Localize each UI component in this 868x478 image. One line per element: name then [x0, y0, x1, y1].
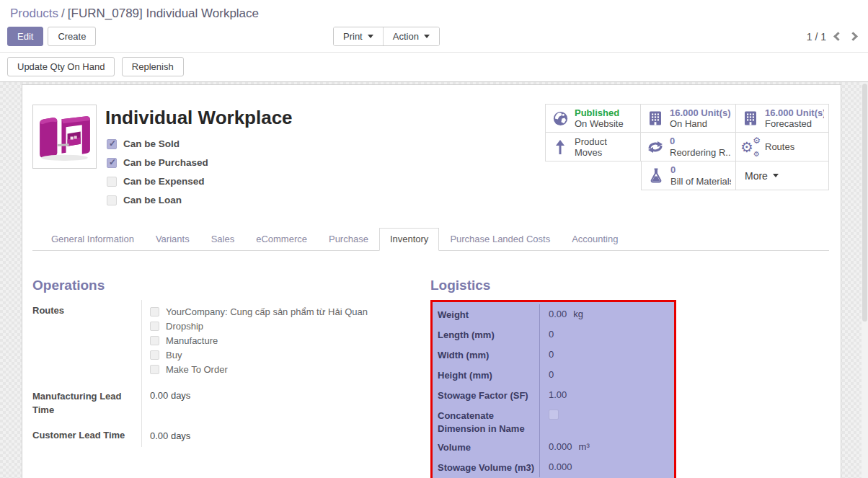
volume-value[interactable]: 0.000m³ [539, 437, 674, 457]
create-button[interactable]: Create [48, 27, 96, 46]
stowage-volume-value[interactable]: 0.000 [539, 457, 674, 477]
product-flags: Can be Sold Can be Purchased Can be Expe… [105, 138, 293, 205]
height-label: Height (mm) [433, 365, 539, 385]
can-be-sold-checkbox[interactable] [107, 139, 117, 149]
stowage-factor-row: Stowage Factor (SF) 1.00 [433, 385, 674, 405]
stat-button-product-moves[interactable]: Product Moves [545, 133, 641, 161]
bom-value: 0 [670, 164, 731, 175]
form-sheet: Individual Workplace Can be Sold Can be … [22, 84, 841, 478]
scrollbar-thumb[interactable] [862, 84, 867, 322]
tab-general-information[interactable]: General Information [40, 228, 145, 251]
pager-value: 1 / 1 [807, 31, 826, 43]
product-image[interactable] [32, 105, 97, 169]
width-value[interactable]: 0 [539, 345, 674, 365]
notebook-tabs: General Information Variants Sales eComm… [32, 229, 829, 251]
replenish-button[interactable]: Replenish [122, 57, 184, 76]
on-website-label: On Website [575, 118, 624, 129]
route-option-yourcompany: YourCompany: Cung cấp sản phẩm từ Hải Qu… [150, 304, 430, 319]
manufacturing-lead-time-text: 0.00 days [150, 390, 190, 401]
sheet-header: Individual Workplace Can be Sold Can be … [32, 105, 829, 214]
can-be-loan-checkbox[interactable] [107, 195, 117, 205]
caret-down-icon [368, 35, 373, 38]
stat-button-bill-of-materials[interactable]: 0 Bill of Materials [641, 161, 736, 190]
route-yourcompany-checkbox[interactable] [150, 307, 159, 317]
manufacturing-lead-time-value[interactable]: 0.00 days [141, 381, 430, 422]
weight-label: Weight [433, 304, 539, 324]
title-and-flags: Individual Workplace Can be Sold Can be … [105, 105, 293, 213]
weight-value[interactable]: 0.00kg [539, 304, 674, 324]
more-dropdown-button[interactable]: More [736, 161, 829, 190]
building-icon [742, 110, 759, 127]
operations-heading: Operations [32, 278, 430, 293]
stowage-volume-row: Stowage Volume (m3) 0.000 [433, 457, 674, 477]
stat-text: 16.000 Unit(s) Forecasted [765, 107, 824, 130]
can-be-expensed-checkbox[interactable] [107, 177, 117, 187]
concatenate-dimension-checkbox[interactable] [549, 410, 559, 420]
action-menu-button[interactable]: Action [383, 27, 439, 45]
stat-button-routes[interactable]: ⚙⚙⚙ Routes [736, 133, 829, 161]
pager-next-icon[interactable] [849, 32, 858, 41]
route-yourcompany-label: YourCompany: Cung cấp sản phẩm từ Hải Qu… [166, 306, 368, 317]
flag-can-be-sold: Can be Sold [107, 138, 293, 149]
print-action-group: Print Action [333, 27, 440, 46]
tab-variants[interactable]: Variants [145, 228, 200, 251]
product-title: Individual Workplace [105, 105, 293, 129]
length-value[interactable]: 0 [539, 324, 674, 345]
tab-ecommerce[interactable]: eCommerce [245, 228, 318, 251]
route-buy-label: Buy [166, 350, 182, 360]
route-dropship-label: Dropship [166, 321, 203, 332]
globe-icon [552, 110, 569, 127]
breadcrumb-products-link[interactable]: Products [10, 6, 58, 20]
operations-section: Operations Routes YourCompany: Cung cấp … [32, 278, 430, 478]
content-area: Individual Workplace Can be Sold Can be … [0, 82, 868, 478]
tab-inventory[interactable]: Inventory [379, 228, 439, 251]
weight-number: 0.00 [549, 309, 567, 319]
published-status: Published [575, 107, 624, 118]
reordering-label: Reordering R... [670, 147, 731, 158]
vertical-scrollbar[interactable] [862, 82, 868, 478]
arrow-up-icon [552, 138, 569, 156]
stat-button-forecasted[interactable]: 16.000 Unit(s) Forecasted [736, 104, 829, 133]
edit-button[interactable]: Edit [7, 27, 43, 46]
stat-grid-empty-cell [545, 161, 641, 190]
pager-previous-icon[interactable] [833, 32, 843, 41]
refresh-icon [647, 138, 664, 156]
flag-can-be-loan: Can be Loan [107, 195, 293, 205]
stowage-factor-value[interactable]: 1.00 [539, 385, 674, 405]
length-number: 0 [549, 329, 554, 340]
tab-purchase[interactable]: Purchase [318, 228, 379, 251]
tab-purchase-landed-costs[interactable]: Purchase Landed Costs [439, 228, 561, 251]
route-option-dropship: Dropship [150, 319, 430, 333]
operations-group: Routes YourCompany: Cung cấp sản phẩm từ… [32, 300, 430, 447]
height-row: Height (mm) 0 [433, 365, 674, 385]
height-value[interactable]: 0 [539, 365, 674, 385]
route-manufacture-checkbox[interactable] [150, 336, 159, 345]
route-dropship-checkbox[interactable] [150, 322, 159, 331]
on-hand-value: 16.000 Unit(s) [670, 107, 731, 118]
route-make-to-order-checkbox[interactable] [150, 365, 159, 374]
stat-button-reordering-rules[interactable]: 0 Reordering R... [641, 133, 736, 161]
tab-accounting[interactable]: Accounting [561, 228, 629, 251]
stat-text: Published On Website [575, 107, 624, 130]
product-moves-label: Product Moves [575, 136, 636, 158]
concatenate-dimension-row: Concatenate Dimension in Name [433, 405, 674, 437]
route-buy-checkbox[interactable] [150, 350, 159, 360]
customer-lead-time-value[interactable]: 0.00 days [141, 422, 430, 447]
logistics-highlight-box: Weight 0.00kg Length (mm) 0 Width (mm) 0… [430, 300, 676, 478]
stat-button-on-website[interactable]: Published On Website [545, 104, 641, 133]
breadcrumb-current: [FURN_0789] Individual Workplace [68, 6, 259, 20]
width-label: Width (mm) [433, 345, 539, 365]
flag-can-be-purchased: Can be Purchased [107, 157, 293, 168]
route-option-manufacture: Manufacture [150, 333, 430, 348]
stat-button-on-hand[interactable]: 16.000 Unit(s) On Hand [641, 104, 736, 133]
workplace-booth-illustration [35, 107, 94, 166]
update-qty-on-hand-button[interactable]: Update Qty On Hand [7, 57, 115, 76]
can-be-purchased-checkbox[interactable] [107, 158, 117, 168]
logistics-heading: Logistics [430, 278, 829, 293]
inventory-tab-content: Operations Routes YourCompany: Cung cấp … [32, 251, 829, 478]
tab-sales[interactable]: Sales [200, 228, 246, 251]
width-number: 0 [549, 349, 554, 360]
stowage-volume-label: Stowage Volume (m3) [433, 457, 539, 477]
can-be-purchased-label: Can be Purchased [123, 157, 208, 168]
print-menu-button[interactable]: Print [334, 27, 383, 45]
